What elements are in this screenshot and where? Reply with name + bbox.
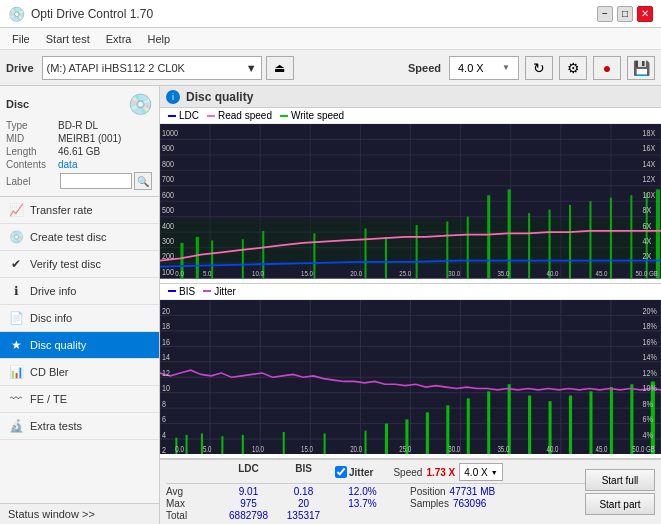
svg-rect-26 [242,239,244,278]
sidebar-item-disc-info[interactable]: 📄 Disc info [0,305,159,332]
nav-label-create-test-disc: Create test disc [30,231,106,243]
settings-icon: ⚙ [567,60,580,76]
svg-rect-36 [528,213,530,278]
svg-text:700: 700 [162,175,174,185]
cd-bler-icon: 📊 [8,364,24,380]
jitter-checkbox[interactable] [335,466,347,478]
speed-combo[interactable]: 4.0 X ▼ [449,56,519,80]
svg-text:12X: 12X [643,175,656,185]
sidebar-item-verify-test-disc[interactable]: ✔ Verify test disc [0,251,159,278]
sidebar-item-cd-bler[interactable]: 📊 CD Bler [0,359,159,386]
avg-bis-value: 0.18 [276,486,331,497]
svg-text:2: 2 [162,443,166,454]
svg-text:45.0: 45.0 [596,270,608,278]
svg-text:20%: 20% [643,304,658,315]
speed-combo-value: 4.0 X [458,62,484,74]
svg-text:800: 800 [162,159,174,169]
svg-rect-39 [589,201,591,278]
drive-label: Drive [6,62,34,74]
write-legend-dot [280,115,288,117]
svg-text:14%: 14% [643,351,658,362]
svg-text:10.0: 10.0 [252,443,264,453]
sidebar-item-drive-info[interactable]: ℹ Drive info [0,278,159,305]
menu-help[interactable]: Help [139,31,178,47]
sidebar-item-fe-te[interactable]: 〰 FE / TE [0,386,159,413]
speed-stat-combo-value: 4.0 X [464,467,487,478]
chart-title: Disc quality [186,90,253,104]
action-buttons: Start full Start part [585,463,655,521]
menu-file[interactable]: File [4,31,38,47]
position-value: 47731 MB [450,486,496,497]
eject-icon: ⏏ [274,61,285,75]
nav-label-disc-info: Disc info [30,312,72,324]
bis-legend-label: BIS [179,286,195,297]
sidebar-item-extra-tests[interactable]: 🔬 Extra tests [0,413,159,440]
svg-text:30.0: 30.0 [448,443,460,453]
svg-rect-31 [416,225,418,278]
svg-text:600: 600 [162,190,174,200]
title-bar: 💿 Opti Drive Control 1.70 − □ ✕ [0,0,661,28]
menu-start-test[interactable]: Start test [38,31,98,47]
minimize-button[interactable]: − [597,6,613,22]
svg-text:0.0: 0.0 [175,270,184,278]
speed-label: Speed [408,62,441,74]
nav-items: 📈 Transfer rate 💿 Create test disc ✔ Ver… [0,197,159,503]
legend-write: Write speed [280,110,344,121]
svg-rect-34 [487,195,490,278]
disc-label-input[interactable] [60,173,132,189]
svg-text:5.0: 5.0 [203,270,212,278]
legend-jitter: Jitter [203,286,236,297]
svg-text:5.0: 5.0 [203,443,212,453]
svg-rect-111 [528,395,531,454]
svg-rect-114 [589,391,592,454]
sidebar-item-transfer-rate[interactable]: 📈 Transfer rate [0,197,159,224]
max-bis-value: 20 [276,498,331,509]
svg-text:100: 100 [162,267,174,277]
write-legend-label: Write speed [291,110,344,121]
avg-ldc-value: 9.01 [221,486,276,497]
samples-label: Samples [410,498,449,509]
save-button[interactable]: 💾 [627,56,655,80]
svg-text:6X: 6X [643,221,652,231]
stats-panel: LDC BIS Jitter Speed 1.73 X 4.0 X [160,459,661,524]
close-button[interactable]: ✕ [637,6,653,22]
svg-text:25.0: 25.0 [399,270,411,278]
transfer-rate-icon: 📈 [8,202,24,218]
read-legend-dot [207,115,215,117]
nav-label-disc-quality: Disc quality [30,339,86,351]
bottom-chart-svg: 20 18 16 14 12 10 8 6 4 2 20% 18% 16% 14… [160,300,661,455]
svg-rect-99 [221,436,223,454]
save-icon: 💾 [633,60,650,76]
svg-text:40.0: 40.0 [546,443,558,453]
svg-rect-29 [364,229,366,279]
maximize-button[interactable]: □ [617,6,633,22]
bis-legend-dot [168,290,176,292]
status-window-label: Status window >> [8,508,95,520]
samples-value: 763096 [453,498,486,509]
svg-text:45.0: 45.0 [596,443,608,453]
refresh-button[interactable]: ↻ [525,56,553,80]
svg-rect-28 [313,233,315,278]
sidebar-item-disc-quality[interactable]: ★ Disc quality [0,332,159,359]
title-controls: − □ ✕ [597,6,653,22]
svg-text:400: 400 [162,221,174,231]
disc-label-button[interactable]: 🔍 [134,172,152,190]
settings-button[interactable]: ⚙ [559,56,587,80]
status-window-button[interactable]: Status window >> [0,503,159,524]
menu-extra[interactable]: Extra [98,31,140,47]
sidebar-item-create-test-disc[interactable]: 💿 Create test disc [0,224,159,251]
total-label: Total [166,510,221,521]
start-part-button[interactable]: Start part [585,493,655,515]
eject-button[interactable]: ⏏ [266,56,294,80]
drive-combo[interactable]: (M:) ATAPI iHBS112 2 CL0K ▼ [42,56,262,80]
svg-text:30.0: 30.0 [448,270,460,278]
svg-text:40.0: 40.0 [546,270,558,278]
start-full-button[interactable]: Start full [585,469,655,491]
content-area: i Disc quality LDC Read speed [160,86,661,524]
svg-text:16%: 16% [643,335,658,346]
disc-info-panel: Disc 💿 Type BD-R DL MID MEIRB1 (001) Len… [0,86,159,197]
svg-rect-22 [160,219,661,267]
info-button[interactable]: ● [593,56,621,80]
svg-text:6%: 6% [643,413,654,424]
speed-stat-combo[interactable]: 4.0 X ▼ [459,463,502,481]
